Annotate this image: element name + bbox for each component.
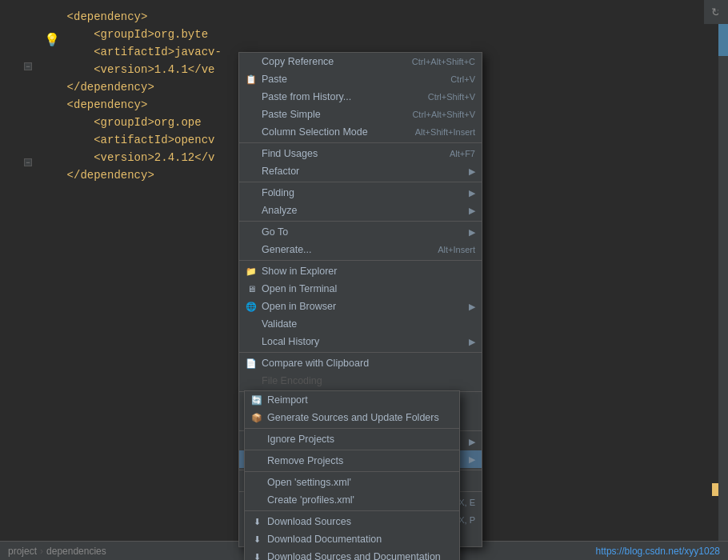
paste-label: Paste xyxy=(262,74,287,85)
menu-item-show-explorer[interactable]: 📁Show in Explorer xyxy=(239,262,482,280)
menu-separator xyxy=(239,221,482,222)
submenu-separator xyxy=(245,510,459,511)
paste-simple-label: Paste Simple xyxy=(262,109,321,120)
submenu-item-download-sources[interactable]: ⬇Download Sources xyxy=(245,513,459,530)
submenu-item-reimport[interactable]: 🔄Reimport xyxy=(245,391,459,409)
open-terminal-label: Open in Terminal xyxy=(262,283,337,294)
find-usages-shortcut: Alt+F7 xyxy=(450,149,475,158)
menu-item-validate[interactable]: Validate xyxy=(239,315,482,333)
download-docs-label: Download Documentation xyxy=(267,534,382,545)
copy-reference-label: Copy Reference xyxy=(262,56,334,67)
download-docs-icon: ⬇ xyxy=(250,533,263,546)
gen-sources-icon: 📦 xyxy=(250,411,263,424)
column-selection-label: Column Selection Mode xyxy=(262,126,368,138)
generate-shortcut: Alt+Insert xyxy=(438,245,475,254)
open-browser-label: Open in Browser xyxy=(262,301,336,312)
breadcrumb-project: project xyxy=(8,546,37,557)
open-browser-icon: 🌐 xyxy=(245,300,258,313)
open-browser-arrow: ▶ xyxy=(469,302,475,312)
highlight-marker xyxy=(712,483,718,496)
menu-item-paste[interactable]: 📋PasteCtrl+V xyxy=(239,70,482,88)
submenu-item-remove-projects[interactable]: Remove Projects xyxy=(245,452,459,470)
analyze-label: Analyze xyxy=(262,205,297,216)
paste-from-history-shortcut: Ctrl+Shift+V xyxy=(428,92,475,102)
column-selection-shortcut: Alt+Shift+Insert xyxy=(415,127,475,137)
paste-from-history-label: Paste from History... xyxy=(262,91,351,102)
menu-item-paste-simple[interactable]: Paste SimpleCtrl+Alt+Shift+V xyxy=(239,106,482,123)
paste-icon: 📋 xyxy=(245,73,258,86)
menu-item-generate[interactable]: Generate...Alt+Insert xyxy=(239,241,482,258)
scrollbar-right[interactable] xyxy=(718,0,728,560)
analyze-arrow: ▶ xyxy=(469,206,475,216)
menu-separator xyxy=(239,352,482,353)
url-display: https://blog.csdn.net/xyy1028 xyxy=(596,546,720,557)
submenu-separator xyxy=(245,471,459,472)
fold-marker[interactable]: − xyxy=(24,62,32,70)
ignore-projects-label: Ignore Projects xyxy=(267,434,334,445)
refactor-arrow: ▶ xyxy=(469,166,475,177)
download-sources-docs-label: Download Sources and Documentation xyxy=(267,551,441,560)
menu-item-file-encoding[interactable]: File Encoding xyxy=(239,372,482,390)
menu-separator xyxy=(239,182,482,182)
open-settings-label: Open 'settings.xml' xyxy=(267,477,351,488)
submenu-separator xyxy=(245,428,459,429)
menu-item-paste-from-history[interactable]: Paste from History...Ctrl+Shift+V xyxy=(239,88,482,106)
code-line: <dependency> xyxy=(40,8,696,26)
menu-item-refactor[interactable]: Refactor▶ xyxy=(239,162,482,180)
download-sources-icon: ⬇ xyxy=(250,515,263,528)
refactor-label: Refactor xyxy=(262,166,299,177)
breadcrumb: project › dependencies xyxy=(8,546,106,557)
menu-item-folding[interactable]: Folding▶ xyxy=(239,184,482,202)
reimport-label: Reimport xyxy=(267,394,308,406)
maven-arrow: ▶ xyxy=(469,454,475,465)
diagrams-arrow: ▶ xyxy=(469,437,475,447)
go-to-label: Go To xyxy=(262,226,288,238)
paste-simple-shortcut: Ctrl+Alt+Shift+V xyxy=(412,110,475,119)
generate-label: Generate... xyxy=(262,244,312,255)
show-explorer-label: Show in Explorer xyxy=(262,266,338,277)
folding-arrow: ▶ xyxy=(469,188,475,198)
submenu-item-download-sources-docs[interactable]: ⬇Download Sources and Documentation xyxy=(245,548,459,560)
submenu-item-create-profiles[interactable]: Create 'profiles.xml' xyxy=(245,491,459,509)
menu-item-go-to[interactable]: Go To▶ xyxy=(239,223,482,241)
gen-sources-label: Generate Sources and Update Folders xyxy=(267,412,439,423)
local-history-label: Local History xyxy=(262,336,319,347)
menu-item-copy-reference[interactable]: Copy ReferenceCtrl+Alt+Shift+C xyxy=(239,53,482,70)
menu-item-open-terminal[interactable]: 🖥Open in Terminal xyxy=(239,280,482,298)
local-history-arrow: ▶ xyxy=(469,337,475,347)
fold-marker[interactable]: − xyxy=(24,158,32,166)
file-encoding-label: File Encoding xyxy=(262,375,322,386)
reimport-icon: 🔄 xyxy=(250,394,263,406)
menu-item-find-usages[interactable]: Find UsagesAlt+F7 xyxy=(239,145,482,162)
menu-item-local-history[interactable]: Local History▶ xyxy=(239,333,482,350)
validate-label: Validate xyxy=(262,318,297,330)
copy-reference-shortcut: Ctrl+Alt+Shift+C xyxy=(412,57,475,66)
find-usages-label: Find Usages xyxy=(262,148,318,159)
folding-label: Folding xyxy=(262,187,294,198)
menu-item-compare-clipboard[interactable]: 📄Compare with Clipboard xyxy=(239,354,482,372)
menu-separator xyxy=(239,260,482,261)
menu-separator xyxy=(239,142,482,143)
go-to-arrow: ▶ xyxy=(469,227,475,238)
menu-item-open-browser[interactable]: 🌐Open in Browser▶ xyxy=(239,298,482,315)
download-sources-label: Download Sources xyxy=(267,516,351,527)
maven-submenu: 🔄Reimport📦Generate Sources and Update Fo… xyxy=(244,390,460,560)
menu-item-column-selection[interactable]: Column Selection ModeAlt+Shift+Insert xyxy=(239,123,482,141)
create-profiles-label: Create 'profiles.xml' xyxy=(267,494,354,506)
breadcrumb-dependencies: dependencies xyxy=(46,546,106,557)
show-explorer-icon: 📁 xyxy=(245,265,258,278)
paste-shortcut: Ctrl+V xyxy=(450,74,475,84)
scrollbar-thumb[interactable] xyxy=(718,24,728,56)
open-terminal-icon: 🖥 xyxy=(245,282,258,295)
submenu-separator xyxy=(245,450,459,450)
remove-projects-label: Remove Projects xyxy=(267,455,343,466)
submenu-item-gen-sources[interactable]: 📦Generate Sources and Update Folders xyxy=(245,409,459,426)
download-sources-docs-icon: ⬇ xyxy=(250,550,263,560)
breadcrumb-separator: › xyxy=(40,546,43,557)
menu-item-analyze[interactable]: Analyze▶ xyxy=(239,202,482,219)
compare-clipboard-label: Compare with Clipboard xyxy=(262,358,369,369)
compare-clipboard-icon: 📄 xyxy=(245,357,258,370)
submenu-item-open-settings[interactable]: Open 'settings.xml' xyxy=(245,474,459,491)
submenu-item-ignore-projects[interactable]: Ignore Projects xyxy=(245,430,459,448)
submenu-item-download-docs[interactable]: ⬇Download Documentation xyxy=(245,530,459,548)
